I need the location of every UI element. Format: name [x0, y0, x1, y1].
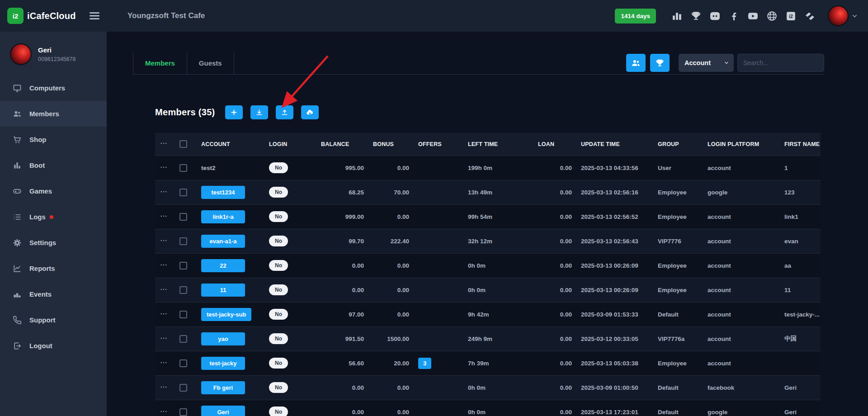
trophy-filter-button[interactable]: [650, 54, 670, 72]
ellipsis-icon[interactable]: [160, 188, 168, 196]
days-badge[interactable]: 1414 days: [615, 9, 656, 24]
first-name-cell: aa: [780, 253, 821, 278]
account-button[interactable]: test1234: [201, 186, 245, 199]
ellipsis-icon[interactable]: [160, 285, 168, 293]
first-name-cell: Geri: [780, 375, 821, 400]
ellipsis-icon[interactable]: [160, 359, 168, 367]
left-time-cell: 0h 0m: [463, 253, 533, 278]
ellipsis-icon[interactable]: [160, 383, 168, 391]
update-time-cell: 2025-03-09 01:53:33: [576, 302, 653, 326]
row-checkbox[interactable]: [179, 164, 187, 172]
trophy-icon[interactable]: [690, 10, 702, 22]
group-cell: Employee: [653, 180, 703, 204]
user-avatar[interactable]: [828, 5, 849, 26]
phone-icon: [13, 316, 22, 325]
sidebar-item-support[interactable]: Support: [0, 307, 107, 333]
upload-button[interactable]: [276, 105, 293, 119]
offers-cell: [414, 156, 463, 180]
first-name-cell: 11: [780, 278, 821, 302]
account-button[interactable]: link1r-a: [201, 210, 245, 223]
download-button[interactable]: [250, 105, 268, 119]
table-row: test1234No68.2570.0013h 49m0.002025-03-1…: [155, 180, 821, 204]
trophy-icon: [655, 58, 665, 68]
app-logo-icon: i2: [7, 8, 24, 24]
tab-guests[interactable]: Guests: [187, 52, 234, 74]
sidebar-item-events[interactable]: Events: [0, 281, 107, 307]
facebook-icon[interactable]: [728, 10, 740, 22]
users-filter-button[interactable]: [626, 54, 646, 72]
sidebar-item-members[interactable]: Members: [0, 101, 107, 127]
table-row: GeriNo0.000.000h 0m0.002025-03-13 17:23:…: [155, 400, 821, 416]
group-cell: Employee: [653, 253, 703, 278]
row-checkbox[interactable]: [179, 213, 187, 221]
row-checkbox[interactable]: [179, 384, 187, 392]
sidebar-item-games[interactable]: Games: [0, 178, 107, 204]
loan-cell: 0.00: [533, 375, 576, 400]
sidebar-item-shop[interactable]: Shop: [0, 127, 107, 152]
ellipsis-icon[interactable]: [160, 212, 168, 220]
ellipsis-icon[interactable]: [160, 310, 168, 318]
cafe-name: Youngzsoft Test Cafe: [127, 11, 205, 20]
login-badge: No: [269, 284, 288, 295]
offers-cell: [414, 253, 463, 278]
column-header: ACCOUNT: [197, 133, 264, 156]
youtube-icon[interactable]: [747, 10, 759, 22]
offers-badge[interactable]: 3: [418, 358, 431, 369]
sidebar-item-logout[interactable]: Logout: [0, 333, 107, 359]
buildings-icon[interactable]: [671, 10, 683, 22]
account-button[interactable]: test-jacky: [201, 357, 245, 370]
login-badge: No: [269, 333, 288, 344]
tab-members[interactable]: Members: [133, 52, 187, 74]
layers-icon[interactable]: [804, 10, 816, 22]
row-checkbox[interactable]: [179, 262, 187, 269]
row-checkbox[interactable]: [179, 189, 187, 196]
sidebar-item-boot[interactable]: Boot: [0, 152, 107, 178]
login-badge: No: [269, 358, 288, 369]
account-button[interactable]: yao: [201, 332, 245, 345]
platform-cell: account: [703, 253, 780, 278]
select-all-checkbox[interactable]: [179, 140, 187, 148]
sidebar-item-reports[interactable]: Reports: [0, 255, 107, 281]
account-button[interactable]: Geri: [201, 406, 245, 416]
left-time-cell: 199h 0m: [463, 156, 533, 180]
row-checkbox[interactable]: [179, 359, 187, 367]
row-checkbox[interactable]: [179, 311, 187, 318]
table-row: test-jackyNo56.6020.0037h 39m0.002025-03…: [155, 351, 821, 375]
sidebar-item-computers[interactable]: Computers: [0, 75, 107, 101]
sidebar-item-logs[interactable]: Logs: [0, 204, 107, 230]
plus-button[interactable]: [225, 105, 243, 119]
update-time-cell: 2025-03-12 00:33:05: [576, 326, 653, 351]
sidebar-nav: ComputersMembersShopBootGamesLogsSetting…: [0, 75, 107, 359]
ellipsis-icon[interactable]: [160, 163, 168, 171]
chevron-down-icon[interactable]: [851, 13, 858, 19]
header-menu: [155, 133, 175, 156]
icafedoc-icon[interactable]: i2: [785, 10, 797, 22]
account-button[interactable]: Fb geri: [201, 381, 245, 394]
cloud-upload-button[interactable]: [301, 105, 319, 119]
row-checkbox[interactable]: [179, 335, 187, 343]
ellipsis-icon[interactable]: [160, 334, 168, 342]
account-button[interactable]: evan-a1-a: [201, 235, 245, 248]
discord-icon[interactable]: [709, 10, 721, 22]
ellipsis-icon[interactable]: [160, 407, 168, 416]
update-time-cell: 2025-03-13 17:23:01: [576, 400, 653, 416]
ellipsis-icon[interactable]: [160, 236, 168, 245]
ellipsis-icon[interactable]: [160, 261, 168, 269]
search-input[interactable]: [737, 54, 824, 72]
row-checkbox[interactable]: [179, 408, 187, 416]
menu-icon[interactable]: [89, 10, 100, 22]
table-row: test-jacky-subNo97.000.009h 42m0.002025-…: [155, 302, 821, 326]
update-time-cell: 2025-03-13 02:56:16: [576, 180, 653, 204]
row-checkbox[interactable]: [179, 286, 187, 294]
table-row: evan-a1-aNo99.70222.4032h 12m0.002025-03…: [155, 229, 821, 253]
account-button[interactable]: 22: [201, 259, 245, 272]
ellipsis-icon[interactable]: [160, 139, 168, 147]
account-cell: yao: [197, 326, 264, 351]
account-button[interactable]: test-jacky-sub: [201, 308, 251, 321]
account-filter-select[interactable]: Account: [679, 54, 734, 72]
account-button[interactable]: 11: [201, 284, 245, 297]
row-checkbox[interactable]: [179, 237, 187, 245]
sidebar-item-label: Shop: [29, 136, 47, 143]
globe-icon[interactable]: [766, 10, 778, 22]
sidebar-item-settings[interactable]: Settings: [0, 230, 107, 255]
